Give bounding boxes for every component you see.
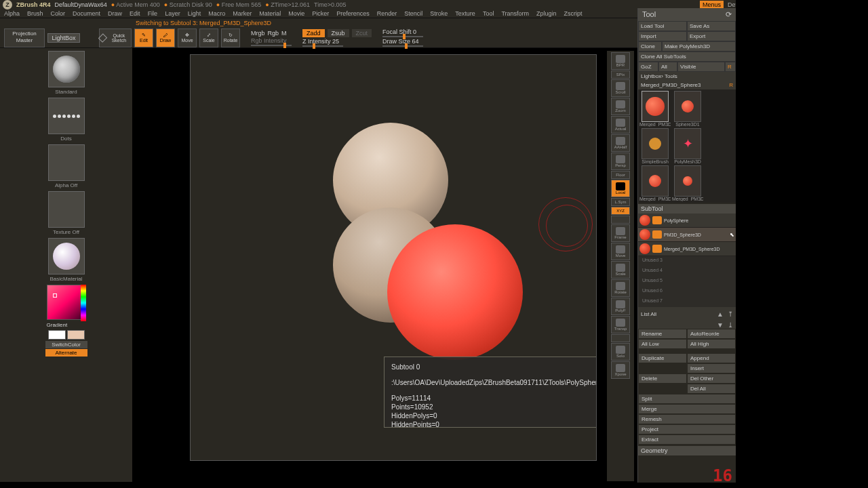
rotate-mode-button[interactable]: ↻Rotate	[221, 28, 240, 47]
visibility-icon[interactable]	[652, 230, 662, 239]
rgb-toggle[interactable]: Rgb	[268, 30, 279, 37]
menu-draw[interactable]: Draw	[108, 10, 122, 17]
menu-layer[interactable]: Layer	[165, 10, 180, 17]
menu-transform[interactable]: Transform	[501, 10, 529, 17]
zoom-button[interactable]: Zoom	[611, 98, 630, 115]
alternate-button[interactable]: Alternate	[45, 349, 87, 357]
move-top-icon[interactable]: ⤒	[728, 310, 733, 318]
menu-render[interactable]: Render	[377, 10, 397, 17]
save-as-button[interactable]: Save As	[687, 21, 736, 31]
color-picker[interactable]	[47, 285, 86, 320]
gradient-label[interactable]: Gradient	[45, 321, 87, 329]
spix-button[interactable]: SPix	[611, 70, 630, 79]
polyf-button[interactable]: PolyF	[611, 298, 630, 315]
alpha-thumb[interactable]	[48, 144, 85, 181]
extract-button[interactable]: Extract	[638, 434, 736, 445]
solo-button[interactable]: Solo	[611, 343, 630, 361]
menu-alpha[interactable]: Alpha	[4, 10, 20, 17]
move-down-icon[interactable]: ▼	[717, 321, 724, 329]
texture-thumb[interactable]	[48, 191, 85, 228]
aahalf-button[interactable]: AAHalf	[611, 134, 630, 152]
current-tool-row[interactable]: Merged_PM3D_Sphere3R	[638, 81, 736, 89]
mrgb-toggle[interactable]: Mrgb	[251, 30, 265, 37]
goz-button[interactable]: GoZ	[638, 62, 658, 72]
rename-button[interactable]: Rename	[638, 329, 687, 339]
del-all-button[interactable]: Del All	[687, 384, 736, 394]
load-tool-button[interactable]: Load Tool	[638, 21, 687, 31]
unused-slot[interactable]: Unused 6	[638, 287, 736, 297]
menu-zplugin[interactable]: Zplugin	[536, 10, 557, 17]
unused-slot[interactable]: Unused 4	[638, 266, 736, 277]
project-button[interactable]: Project	[638, 424, 736, 434]
goz-visible-button[interactable]: Visible	[677, 62, 725, 72]
all-high-button[interactable]: All High	[687, 339, 736, 349]
brush-thumb[interactable]	[48, 51, 85, 87]
switch-color-button[interactable]: SwitchColor	[45, 341, 87, 348]
xyz-button[interactable]: XYZ	[611, 207, 630, 215]
persp-button[interactable]: Persp	[611, 152, 630, 170]
import-button[interactable]: Import	[638, 31, 687, 41]
delete-button[interactable]: Delete	[638, 373, 687, 384]
draw-size-slider[interactable]	[382, 45, 423, 47]
menu-macro[interactable]: Macro	[208, 10, 225, 17]
bpr-button[interactable]: BPR	[611, 52, 630, 70]
clone-all-button[interactable]: Clone All SubTools	[638, 52, 736, 62]
projection-master-button[interactable]: Projection Master	[4, 28, 45, 47]
visibility-icon[interactable]	[652, 216, 662, 224]
zcut-button[interactable]: Zcut	[352, 29, 372, 37]
xpose-button[interactable]: Xpose	[611, 361, 630, 379]
zadd-button[interactable]: Zadd	[302, 29, 325, 37]
hue-strip[interactable]	[81, 285, 86, 321]
unused-slot[interactable]: Unused 3	[638, 256, 736, 266]
m-toggle[interactable]: M	[281, 30, 287, 37]
menu-picker[interactable]: Picker	[312, 10, 329, 17]
scroll-button[interactable]: Scroll	[611, 79, 630, 97]
frame-button[interactable]: Frame	[611, 224, 630, 242]
menu-tool[interactable]: Tool	[483, 10, 494, 17]
menu-brush[interactable]: Brush	[27, 10, 43, 17]
menu-movie[interactable]: Movie	[288, 10, 304, 17]
floor-button[interactable]: Floor	[611, 171, 630, 179]
menu-stencil[interactable]: Stencil	[404, 10, 422, 17]
tool-panel-header[interactable]: Tool⟳	[638, 8, 736, 21]
subtool-row-2[interactable]: Merged_PM3D_Sphere3D	[638, 242, 736, 256]
subtool-row-0[interactable]: PolySphere	[638, 214, 736, 228]
list-all-button[interactable]: List All	[641, 311, 656, 317]
rotate-button[interactable]: Rotate	[611, 279, 630, 297]
remesh-button[interactable]: Remesh	[638, 414, 736, 424]
blank-button[interactable]	[611, 216, 630, 224]
menu-document[interactable]: Document	[73, 10, 100, 17]
lightbox-tools-row[interactable]: Lightbox› Tools	[638, 72, 736, 81]
viewport[interactable]: Subtool 0 :\Users\OA\Dev\UploadedZips\ZB…	[190, 54, 597, 461]
del-other-button[interactable]: Del Other	[687, 373, 736, 384]
geometry-header[interactable]: Geometry	[638, 446, 736, 455]
tool-item-3[interactable]: ✦	[674, 128, 701, 159]
actual-button[interactable]: Actual	[611, 116, 630, 134]
menu-marker[interactable]: Marker	[233, 10, 252, 17]
tool-item-0[interactable]	[642, 91, 669, 122]
menu-material[interactable]: Material	[259, 10, 281, 17]
menu-zscript[interactable]: Zscript	[564, 10, 583, 17]
menu-stroke[interactable]: Stroke	[430, 10, 448, 17]
menu-edit[interactable]: Edit	[130, 10, 140, 17]
edit-mode-button[interactable]: ✎Edit	[134, 28, 153, 47]
tool-item-2[interactable]	[642, 128, 669, 159]
visibility-icon[interactable]	[652, 245, 662, 253]
merge-button[interactable]: Merge	[638, 404, 736, 414]
menu-texture[interactable]: Texture	[455, 10, 475, 17]
insert-button[interactable]: Insert	[687, 363, 736, 373]
clone-button[interactable]: Clone	[638, 41, 662, 52]
lsym-button[interactable]: L.Sym	[611, 198, 630, 206]
dock-icon[interactable]: ⟳	[726, 10, 732, 19]
stroke-thumb[interactable]	[48, 98, 85, 134]
scale-button[interactable]: Scale	[611, 261, 630, 279]
move-mode-button[interactable]: ✥Move	[178, 28, 197, 47]
subtool-header[interactable]: SubTool	[638, 204, 736, 214]
menu-preferences[interactable]: Preferences	[336, 10, 370, 17]
subtool-row-1[interactable]: PM3D_Sphere3D⬉	[638, 228, 736, 242]
scale-mode-button[interactable]: ⤢Scale	[199, 28, 218, 47]
z-intensity-slider[interactable]	[302, 45, 343, 47]
menu-file[interactable]: File	[148, 10, 158, 17]
draw-mode-button[interactable]: 🖊Draw	[156, 28, 175, 47]
export-button[interactable]: Export	[687, 31, 736, 41]
